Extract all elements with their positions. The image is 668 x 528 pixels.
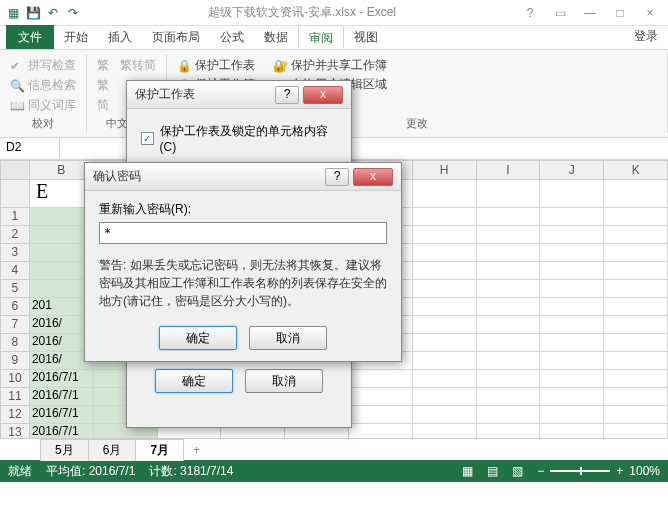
redo-icon[interactable]: ↷ xyxy=(64,4,82,22)
status-count: 计数: 3181/7/14 xyxy=(149,463,233,480)
dialog-titlebar[interactable]: 保护工作表 ? x xyxy=(127,81,351,109)
ribbon-toggle-icon[interactable]: ▭ xyxy=(548,5,572,21)
zoom-out-icon[interactable]: − xyxy=(537,464,544,478)
view-break-icon[interactable]: ▧ xyxy=(512,464,523,478)
reenter-label: 重新输入密码(R): xyxy=(99,201,387,218)
zoom-slider[interactable] xyxy=(550,470,610,472)
row-header[interactable]: 1 xyxy=(0,208,30,226)
cell[interactable]: 2016/7/1 xyxy=(30,406,94,424)
login-link[interactable]: 登录 xyxy=(624,24,668,49)
zoom-in-icon[interactable]: + xyxy=(616,464,623,478)
col-header[interactable]: H xyxy=(413,160,477,180)
cmd-research[interactable]: 🔍信息检索 xyxy=(8,76,78,95)
tab-layout[interactable]: 页面布局 xyxy=(142,25,210,49)
dialog-close-icon[interactable]: x xyxy=(353,168,393,186)
sheet-tab[interactable]: 6月 xyxy=(88,439,137,461)
name-box[interactable]: D2 xyxy=(0,138,60,159)
zoom-level[interactable]: 100% xyxy=(629,464,660,478)
view-normal-icon[interactable]: ▦ xyxy=(462,464,473,478)
col-header[interactable]: I xyxy=(477,160,541,180)
password-input[interactable] xyxy=(99,222,387,244)
dialog-titlebar[interactable]: 确认密码 ? x xyxy=(85,163,401,191)
dialog-confirm-password: 确认密码 ? x 重新输入密码(R): 警告: 如果丢失或忘记密码，则无法将其恢… xyxy=(84,162,402,362)
row-header[interactable]: 12 xyxy=(0,406,30,424)
group-label-proof: 校对 xyxy=(8,116,78,131)
research-icon: 🔍 xyxy=(10,79,24,93)
sheet-tab[interactable]: 5月 xyxy=(40,439,89,461)
thesaurus-icon: 📖 xyxy=(10,99,24,113)
window-controls: ? ▭ — □ × xyxy=(518,5,668,21)
row-header[interactable]: 2 xyxy=(0,226,30,244)
row-header[interactable]: 6 xyxy=(0,298,30,316)
spellcheck-icon: ✔ xyxy=(10,59,24,73)
col-header[interactable]: K xyxy=(604,160,668,180)
minimize-icon[interactable]: — xyxy=(578,5,602,21)
add-sheet-button[interactable]: + xyxy=(183,441,210,459)
cancel-button[interactable]: 取消 xyxy=(245,369,323,393)
col-header[interactable]: J xyxy=(540,160,604,180)
excel-icon: ▦ xyxy=(4,4,22,22)
row-header[interactable]: 5 xyxy=(0,280,30,298)
status-ready: 就绪 xyxy=(8,463,32,480)
checkbox-label: 保护工作表及锁定的单元格内容(C) xyxy=(160,123,337,154)
window-title: 超级下载软文资讯-安卓.xlsx - Excel xyxy=(86,4,518,21)
dialog-help-icon[interactable]: ? xyxy=(325,168,349,186)
cmd-protect-share[interactable]: 🔐保护并共享工作簿 xyxy=(271,56,389,75)
cmd-spellcheck[interactable]: ✔拼写检查 xyxy=(8,56,78,75)
tab-review[interactable]: 审阅 xyxy=(298,25,344,49)
checkbox-protect-content[interactable]: ✓ 保护工作表及锁定的单元格内容(C) xyxy=(141,123,337,154)
dialog-close-icon[interactable]: x xyxy=(303,86,343,104)
help-icon[interactable]: ? xyxy=(518,5,542,21)
ok-button[interactable]: 确定 xyxy=(155,369,233,393)
tab-insert[interactable]: 插入 xyxy=(98,25,142,49)
cmd-thesaurus[interactable]: 📖同义词库 xyxy=(8,96,78,115)
row-header[interactable]: 11 xyxy=(0,388,30,406)
status-avg: 平均值: 2016/7/1 xyxy=(46,463,135,480)
tab-file[interactable]: 文件 xyxy=(6,25,54,49)
cmd-simp[interactable]: 繁 繁转简 xyxy=(95,56,158,75)
select-all-corner[interactable] xyxy=(0,160,30,180)
tab-data[interactable]: 数据 xyxy=(254,25,298,49)
row-header[interactable] xyxy=(0,180,30,208)
quick-access-toolbar: ▦ 💾 ↶ ↷ xyxy=(0,4,86,22)
tab-view[interactable]: 视图 xyxy=(344,25,388,49)
sheet-tab[interactable]: 7月 xyxy=(135,439,184,461)
lock-icon: 🔒 xyxy=(177,59,191,73)
cell[interactable]: 2016/7/1 xyxy=(30,370,94,388)
view-layout-icon[interactable]: ▤ xyxy=(487,464,498,478)
row-header[interactable]: 8 xyxy=(0,334,30,352)
zoom-control[interactable]: − + 100% xyxy=(537,464,660,478)
warning-text: 警告: 如果丢失或忘记密码，则无法将其恢复。建议将密码及其相应工作簿和工作表名称… xyxy=(99,256,387,310)
row-header[interactable]: 4 xyxy=(0,262,30,280)
tab-home[interactable]: 开始 xyxy=(54,25,98,49)
dialog-help-icon[interactable]: ? xyxy=(275,86,299,104)
row-header[interactable]: 10 xyxy=(0,370,30,388)
dialog-title: 保护工作表 xyxy=(135,86,275,103)
cancel-button[interactable]: 取消 xyxy=(249,326,327,350)
row-header[interactable]: 13 xyxy=(0,424,30,438)
dialog-body: 重新输入密码(R): 警告: 如果丢失或忘记密码，则无法将其恢复。建议将密码及其… xyxy=(85,191,401,368)
row-header[interactable]: 9 xyxy=(0,352,30,370)
maximize-icon[interactable]: □ xyxy=(608,5,632,21)
ok-button[interactable]: 确定 xyxy=(159,326,237,350)
dialog-title: 确认密码 xyxy=(93,168,325,185)
cmd-protect-sheet[interactable]: 🔒保护工作表 xyxy=(175,56,257,75)
title-bar: ▦ 💾 ↶ ↷ 超级下载软文资讯-安卓.xlsx - Excel ? ▭ — □… xyxy=(0,0,668,26)
ribbon-tabs: 文件 开始 插入 页面布局 公式 数据 审阅 视图 登录 xyxy=(0,26,668,50)
undo-icon[interactable]: ↶ xyxy=(44,4,62,22)
cell[interactable]: 2016/7/1 xyxy=(30,388,94,406)
checkbox-icon: ✓ xyxy=(141,132,154,145)
ribbon-group-proof: ✔拼写检查 🔍信息检索 📖同义词库 校对 xyxy=(0,54,87,133)
row-header[interactable]: 3 xyxy=(0,244,30,262)
lock-share-icon: 🔐 xyxy=(273,59,287,73)
save-icon[interactable]: 💾 xyxy=(24,4,42,22)
tab-formula[interactable]: 公式 xyxy=(210,25,254,49)
row-header[interactable]: 7 xyxy=(0,316,30,334)
close-icon[interactable]: × xyxy=(638,5,662,21)
status-bar: 就绪 平均值: 2016/7/1 计数: 3181/7/14 ▦ ▤ ▧ − +… xyxy=(0,460,668,482)
cell[interactable]: 2016/7/1 xyxy=(30,424,94,438)
sheet-tabs: 5月 6月 7月 + xyxy=(0,438,668,460)
